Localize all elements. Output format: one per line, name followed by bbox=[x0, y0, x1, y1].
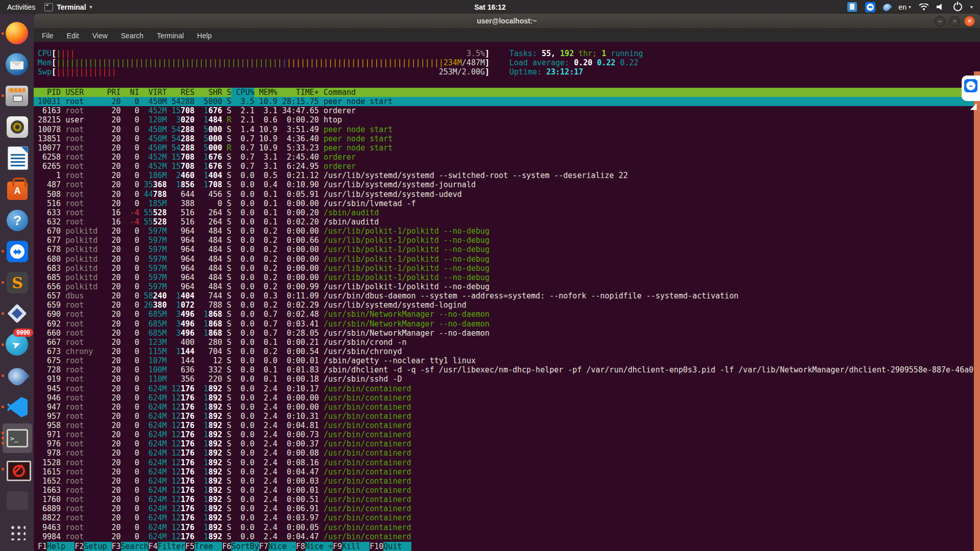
dock-item-ubuntu-software[interactable]: A bbox=[6, 178, 29, 201]
process-row-1528[interactable]: 1528 root 20 0 624M 12176 1892 S 0.0 2.4… bbox=[34, 458, 974, 467]
deluge-tray-icon[interactable] bbox=[882, 2, 893, 12]
process-row-13851[interactable]: 13851 root 20 0 450M 54288 5000 S 0.7 10… bbox=[34, 134, 974, 143]
process-row-6889[interactable]: 6889 root 20 0 624M 12176 1892 S 0.0 2.4… bbox=[34, 504, 974, 513]
process-row-10077[interactable]: 10077 root 20 0 450M 54288 5000 R 0.7 10… bbox=[34, 143, 974, 153]
menu-search[interactable]: Search bbox=[121, 32, 143, 40]
process-row-1652[interactable]: 1652 root 20 0 624M 12176 1892 S 0.0 2.4… bbox=[34, 477, 974, 486]
fkey-f5[interactable]: F5Tree bbox=[185, 542, 222, 551]
process-row-1615[interactable]: 1615 root 20 0 624M 12176 1892 S 0.0 2.4… bbox=[34, 467, 974, 477]
title-bar[interactable]: user@localhost:~ – ▫ ✕ bbox=[34, 14, 980, 29]
clock[interactable]: Sat 16:12 bbox=[0, 3, 980, 11]
table-header-row[interactable]: PID USER PRI NI VIRT RES SHR S CPU% MEM%… bbox=[34, 88, 974, 97]
process-row-728[interactable]: 728 root 20 0 100M 636 332 S 0.0 0.1 0:0… bbox=[34, 365, 974, 374]
wifi-icon[interactable] bbox=[919, 4, 928, 10]
process-row-958[interactable]: 958 root 20 0 624M 12176 1892 S 0.0 2.4 … bbox=[34, 421, 974, 430]
document-viewer-tray-icon[interactable] bbox=[847, 2, 857, 12]
app-menu[interactable]: Terminal ▾ bbox=[44, 3, 92, 11]
process-row-667[interactable]: 667 root 20 0 123M 400 280 S 0.0 0.1 0:0… bbox=[34, 338, 974, 347]
close-button[interactable]: ✕ bbox=[964, 16, 975, 27]
menu-edit[interactable]: Edit bbox=[67, 32, 79, 40]
fkey-f8[interactable]: F8Nice + bbox=[296, 542, 333, 551]
power-icon[interactable] bbox=[953, 3, 962, 11]
process-row-673[interactable]: 673 chrony 20 0 115M 1144 704 S 0.0 0.2 … bbox=[34, 347, 974, 356]
minimize-button[interactable]: – bbox=[935, 16, 945, 27]
process-row-656[interactable]: 656 polkitd 20 0 597M 964 484 S 0.0 0.2 … bbox=[34, 282, 974, 291]
dock-item-faded[interactable] bbox=[6, 489, 29, 512]
fkey-f6[interactable]: F6SortBy bbox=[222, 542, 259, 551]
menu-help[interactable]: Help bbox=[197, 32, 212, 40]
keyboard-layout-indicator[interactable]: en▾ bbox=[898, 3, 911, 11]
dock-item-rhythmbox[interactable] bbox=[6, 115, 29, 139]
fkey-f7[interactable]: F7Nice - bbox=[259, 542, 296, 551]
dock-item-help[interactable]: ? bbox=[6, 209, 29, 232]
process-row-946[interactable]: 946 root 20 0 624M 12176 1892 S 0.0 2.4 … bbox=[34, 393, 974, 403]
fkey-f10[interactable]: F10Quit bbox=[370, 542, 411, 551]
process-row-508[interactable]: 508 root 20 0 44788 644 456 S 0.0 0.1 0:… bbox=[34, 190, 974, 199]
menu-file[interactable]: File bbox=[42, 32, 54, 40]
dock-item-virtualbox[interactable] bbox=[6, 302, 29, 325]
process-row-947[interactable]: 947 root 20 0 624M 12176 1892 S 0.0 2.4 … bbox=[34, 403, 974, 412]
process-row-685[interactable]: 685 polkitd 20 0 597M 964 484 S 0.0 0.2 … bbox=[34, 273, 974, 282]
process-row-6258[interactable]: 6258 root 20 0 452M 15708 1676 S 0.7 3.1… bbox=[34, 153, 974, 162]
fkey-f3[interactable]: F3Search bbox=[112, 542, 149, 551]
process-row-670[interactable]: 670 polkitd 20 0 597M 964 484 S 0.0 0.2 … bbox=[34, 227, 974, 236]
process-row-10078[interactable]: 10078 root 20 0 450M 54288 5000 S 1.4 10… bbox=[34, 125, 974, 134]
fkey-f9[interactable]: F9Kill bbox=[333, 542, 370, 551]
process-row-632[interactable]: 632 root 16 -4 55528 516 264 S 0.0 0.1 0… bbox=[34, 217, 974, 227]
volume-icon[interactable] bbox=[937, 4, 945, 11]
dock-item-libreoffice-writer[interactable] bbox=[6, 146, 29, 170]
process-row-978[interactable]: 978 root 20 0 624M 12176 1892 S 0.0 2.4 … bbox=[34, 448, 974, 458]
process-row-680[interactable]: 680 polkitd 20 0 597M 964 484 S 0.0 0.2 … bbox=[34, 255, 974, 264]
activities-button[interactable]: Activities bbox=[7, 3, 35, 11]
teamviewer-arrows-icon: ⬌ bbox=[867, 4, 874, 11]
process-row-6265[interactable]: 6265 root 20 0 452M 15708 1676 S 0.7 3.1… bbox=[34, 162, 974, 171]
process-row-1663[interactable]: 1663 root 20 0 624M 12176 1892 S 0.0 2.4… bbox=[34, 486, 974, 495]
dock-item-file-cabinet[interactable] bbox=[6, 84, 29, 108]
process-row-633[interactable]: 633 root 16 -4 55528 516 264 S 0.0 0.1 0… bbox=[34, 208, 974, 217]
dock-item-app-grid[interactable] bbox=[6, 520, 29, 544]
dock-item-deluge[interactable] bbox=[6, 364, 29, 388]
maximize-button[interactable]: ▫ bbox=[949, 16, 960, 27]
process-row-659[interactable]: 659 root 20 0 26380 1072 788 S 0.0 0.2 0… bbox=[34, 300, 974, 310]
terminal-scrollbar[interactable] bbox=[974, 71, 980, 551]
process-row-690[interactable]: 690 root 20 0 685M 3496 1868 S 0.0 0.7 0… bbox=[34, 310, 974, 319]
dock-item-thunderbird[interactable] bbox=[6, 53, 29, 77]
process-row-657[interactable]: 657 dbus 20 0 58240 1404 744 S 0.0 0.3 0… bbox=[34, 291, 974, 300]
process-row-678[interactable]: 678 polkitd 20 0 597M 964 484 S 0.0 0.2 … bbox=[34, 245, 974, 254]
process-row-516[interactable]: 516 root 20 0 185M 388 0 S 0.0 0.1 0:00.… bbox=[34, 199, 974, 208]
dock-item-vscode[interactable] bbox=[6, 395, 29, 419]
process-row-677[interactable]: 677 polkitd 20 0 597M 964 484 S 0.0 0.2 … bbox=[34, 236, 974, 245]
fkey-f1[interactable]: F1Help bbox=[38, 542, 75, 551]
process-row-9984[interactable]: 9984 root 20 0 624M 12176 1892 S 0.0 2.4… bbox=[34, 532, 974, 541]
process-row-919[interactable]: 919 root 20 0 110M 356 220 S 0.0 0.1 0:0… bbox=[34, 374, 974, 384]
process-row-487[interactable]: 487 root 20 0 35368 1856 1708 S 0.0 0.4 … bbox=[34, 180, 974, 189]
system-menu-chevron-icon[interactable]: ▾ bbox=[970, 4, 973, 10]
dock-item-firefox[interactable] bbox=[6, 22, 29, 45]
teamviewer-tray-icon[interactable]: ⬌ bbox=[865, 2, 875, 12]
process-row-1[interactable]: 1 root 20 0 186M 2460 1404 S 0.0 0.5 0:2… bbox=[34, 171, 974, 180]
menu-view[interactable]: View bbox=[92, 32, 108, 40]
process-row-945[interactable]: 945 root 20 0 624M 12176 1892 S 0.0 2.4 … bbox=[34, 384, 974, 393]
dock-item-telegram[interactable]: ➤9999 bbox=[6, 333, 29, 357]
process-row-976[interactable]: 976 root 20 0 624M 12176 1892 S 0.0 2.4 … bbox=[34, 439, 974, 448]
process-row-1760[interactable]: 1760 root 20 0 624M 12176 1892 S 0.0 2.4… bbox=[34, 495, 974, 504]
process-row-8822[interactable]: 8822 root 20 0 624M 12176 1892 S 0.0 2.4… bbox=[34, 513, 974, 522]
process-row-683[interactable]: 683 polkitd 20 0 597M 964 484 S 0.0 0.2 … bbox=[34, 264, 974, 273]
process-row-10031[interactable]: 10031 root 20 0 450M 54288 5000 S 3.5 10… bbox=[34, 97, 974, 106]
dock-item-blocked-app[interactable] bbox=[6, 458, 29, 481]
process-row-9463[interactable]: 9463 root 20 0 624M 12176 1892 S 0.0 2.4… bbox=[34, 523, 974, 532]
fkey-f2[interactable]: F2Setup bbox=[75, 542, 111, 551]
fkey-f4[interactable]: F4Filter bbox=[149, 542, 185, 551]
process-row-957[interactable]: 957 root 20 0 624M 12176 1892 S 0.0 2.4 … bbox=[34, 412, 974, 421]
process-row-692[interactable]: 692 root 20 0 685M 3496 1868 S 0.0 0.7 0… bbox=[34, 319, 974, 329]
process-row-675[interactable]: 675 root 20 0 107M 144 12 S 0.0 0.0 0:00… bbox=[34, 356, 974, 365]
process-row-971[interactable]: 971 root 20 0 624M 12176 1892 S 0.0 2.4 … bbox=[34, 430, 974, 439]
teamviewer-panel-badge[interactable]: ⬌ bbox=[962, 76, 980, 101]
dock-item-sublime-text[interactable]: S bbox=[6, 271, 29, 294]
process-row-28215[interactable]: 28215 user 20 0 120M 3020 1484 R 2.1 0.6… bbox=[34, 115, 974, 124]
process-row-660[interactable]: 660 root 20 0 685M 3496 1868 S 0.0 0.7 0… bbox=[34, 329, 974, 338]
dock-item-terminal[interactable]: >_ bbox=[6, 427, 29, 450]
process-row-6163[interactable]: 6163 root 20 0 452M 15708 1676 S 2.1 3.1… bbox=[34, 106, 974, 115]
dock-item-teamviewer[interactable]: ⬌ bbox=[6, 240, 29, 263]
menu-terminal[interactable]: Terminal bbox=[157, 32, 184, 40]
